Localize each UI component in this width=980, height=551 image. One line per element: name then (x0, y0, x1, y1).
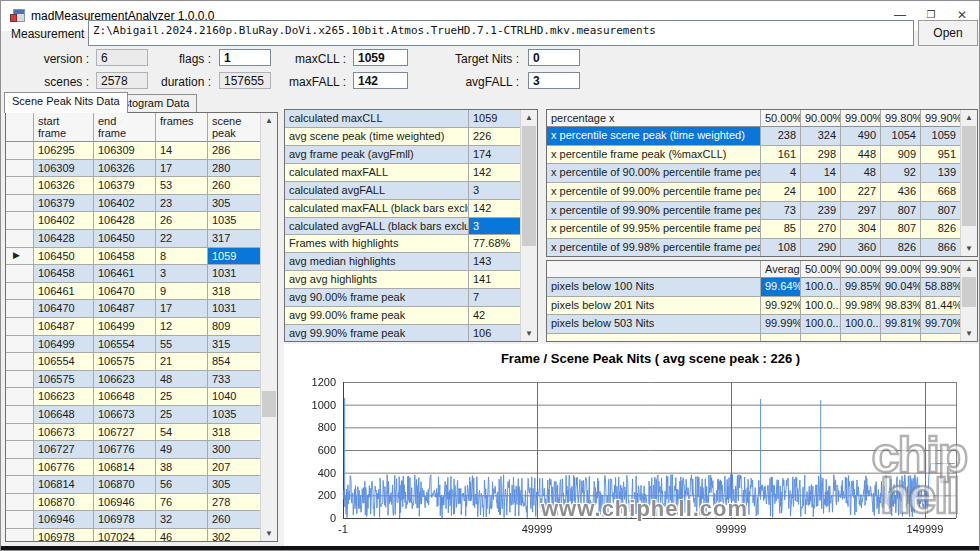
row-header[interactable] (6, 230, 34, 248)
table-row[interactable]: 10637910640223305 (6, 195, 277, 213)
grid-cell[interactable]: x percentile scene peak (time weighted) (547, 127, 761, 146)
grid-cell[interactable]: pixels below 100 Nits (547, 278, 761, 297)
grid-cell[interactable]: 106309 (94, 142, 156, 160)
table-row[interactable]: calculated maxCLL1059 (285, 110, 537, 128)
grid-cell[interactable]: 26 (156, 212, 208, 230)
row-header[interactable] (6, 459, 34, 477)
grid-cell[interactable]: 24 (761, 183, 801, 202)
grid-cell[interactable]: 8 (156, 248, 208, 266)
grid-cell[interactable]: 106554 (34, 353, 94, 371)
grid-cell[interactable]: 260 (208, 177, 262, 195)
row-header[interactable] (6, 441, 34, 459)
grid-cell[interactable]: 108 (761, 239, 801, 257)
grid-cell[interactable]: avg frame peak (avgFmll) (285, 146, 469, 164)
grid-cell[interactable]: 106623 (94, 371, 156, 389)
table-row[interactable]: 106402106428261035 (6, 212, 277, 230)
grid-cell[interactable]: 239 (801, 202, 841, 221)
table-row[interactable]: 10672710677649300 (6, 441, 277, 459)
grid-cell[interactable]: 99.81% (881, 315, 921, 334)
row-header[interactable] (6, 336, 34, 354)
grid-cell[interactable]: 305 (208, 195, 262, 213)
grid-cell[interactable] (547, 334, 761, 343)
grid-cell[interactable]: x percentile of 90.00% percentile frame … (547, 164, 761, 183)
scroll-up-icon[interactable]: ▲ (961, 261, 977, 276)
grid-cell[interactable]: 227 (841, 183, 881, 202)
grid-cell[interactable]: 106326 (34, 177, 94, 195)
grid-cell[interactable]: 99.85% (841, 278, 881, 297)
grid-cell[interactable]: 951 (921, 146, 961, 165)
grid-cell[interactable]: 106470 (94, 283, 156, 301)
grid-cell[interactable]: 106326 (94, 160, 156, 178)
vertical-scrollbar[interactable]: ▲▼ (260, 113, 277, 541)
grid-cell[interactable]: 1031 (208, 300, 262, 318)
grid-cell[interactable]: 106946 (34, 511, 94, 529)
grid-cell[interactable]: 139 (921, 164, 961, 183)
row-header[interactable] (6, 353, 34, 371)
grid-cell[interactable]: 54 (156, 424, 208, 442)
grid-cell[interactable]: 141 (469, 271, 522, 289)
column-header[interactable]: 99.80% (881, 110, 921, 127)
scroll-down-icon[interactable]: ▼ (261, 526, 277, 541)
table-row[interactable]: avg median highlights143 (285, 253, 537, 271)
grid-cell[interactable]: 25 (156, 388, 208, 406)
grid-cell[interactable]: 14 (156, 142, 208, 160)
grid-cell[interactable]: 1059 (208, 248, 262, 266)
grid-cell[interactable]: 49 (156, 441, 208, 459)
grid-cell[interactable]: 106487 (34, 318, 94, 336)
grid-cell[interactable]: 106402 (34, 212, 94, 230)
grid-cell[interactable]: 106309 (34, 160, 94, 178)
table-row[interactable]: 10649910655455315 (6, 336, 277, 354)
column-header[interactable] (6, 113, 34, 142)
grid-cell[interactable]: 1035 (208, 212, 262, 230)
grid-cell[interactable]: 3 (469, 218, 522, 236)
grid-cell[interactable]: 92 (881, 164, 921, 183)
grid-cell[interactable] (921, 334, 961, 343)
table-row[interactable]: 10630910632617280 (6, 160, 277, 178)
grid-cell[interactable] (841, 334, 881, 343)
table-row[interactable]: x percentile of 90.00% percentile frame … (547, 164, 977, 183)
calculated-values-table[interactable]: calculated maxCLL1059avg scene peak (tim… (284, 109, 538, 342)
grid-cell[interactable]: x percentile of 99.98% percentile frame … (547, 239, 761, 257)
grid-cell[interactable]: 106295 (34, 142, 94, 160)
grid-cell[interactable]: pixels below 201 Nits (547, 297, 761, 316)
table-row[interactable]: x percentile frame peak (%maxCLL)1612984… (547, 146, 977, 165)
grid-cell[interactable]: 1054 (881, 127, 921, 146)
row-header[interactable] (6, 388, 34, 406)
grid-cell[interactable]: 106499 (94, 318, 156, 336)
grid-cell[interactable]: 909 (881, 146, 921, 165)
grid-cell[interactable]: 99.98% (841, 297, 881, 316)
grid-cell[interactable]: 12 (156, 318, 208, 336)
column-header[interactable]: frames (156, 113, 208, 142)
grid-cell[interactable] (801, 334, 841, 343)
scrollbar-thumb[interactable] (522, 126, 536, 246)
table-row[interactable]: avg 99.00% frame peak42 (285, 307, 537, 325)
grid-cell[interactable]: 106727 (34, 441, 94, 459)
grid-cell[interactable]: 106450 (34, 248, 94, 266)
grid-cell[interactable]: 38 (156, 459, 208, 477)
row-header[interactable] (6, 424, 34, 442)
row-header[interactable] (6, 476, 34, 494)
table-row[interactable]: 10697810702446302 (6, 529, 277, 542)
scrollbar-thumb[interactable] (262, 391, 276, 417)
grid-cell[interactable]: 826 (881, 239, 921, 257)
table-row[interactable]: pixels below 100 Nits99.64%100.0...99.85… (547, 278, 977, 297)
grid-cell[interactable]: 106946 (94, 494, 156, 512)
grid-cell[interactable]: 448 (841, 146, 881, 165)
pixels-below-table[interactable]: Average50.00%90.00%99.00%99.90%pixels be… (546, 260, 978, 342)
column-header[interactable]: end frame (94, 113, 156, 142)
grid-cell[interactable]: 107024 (94, 529, 156, 542)
grid-cell[interactable]: 106428 (94, 212, 156, 230)
table-row[interactable]: 10667310672754318 (6, 424, 277, 442)
table-row[interactable]: 10629510630914286 (6, 142, 277, 160)
grid-cell[interactable]: 106470 (34, 300, 94, 318)
grid-cell[interactable]: 90.04% (881, 278, 921, 297)
row-header[interactable] (6, 195, 34, 213)
grid-cell[interactable]: 58.88% (921, 278, 961, 297)
scene-peak-table[interactable]: start frameend frameframesscene peak1062… (5, 112, 278, 542)
grid-cell[interactable]: 436 (881, 183, 921, 202)
grid-cell[interactable]: 315 (208, 336, 262, 354)
column-header[interactable]: 99.00% (841, 110, 881, 127)
table-row[interactable]: 106470106487171031 (6, 300, 277, 318)
grid-cell[interactable]: 106379 (94, 177, 156, 195)
grid-cell[interactable]: avg 90.00% frame peak (285, 289, 469, 307)
